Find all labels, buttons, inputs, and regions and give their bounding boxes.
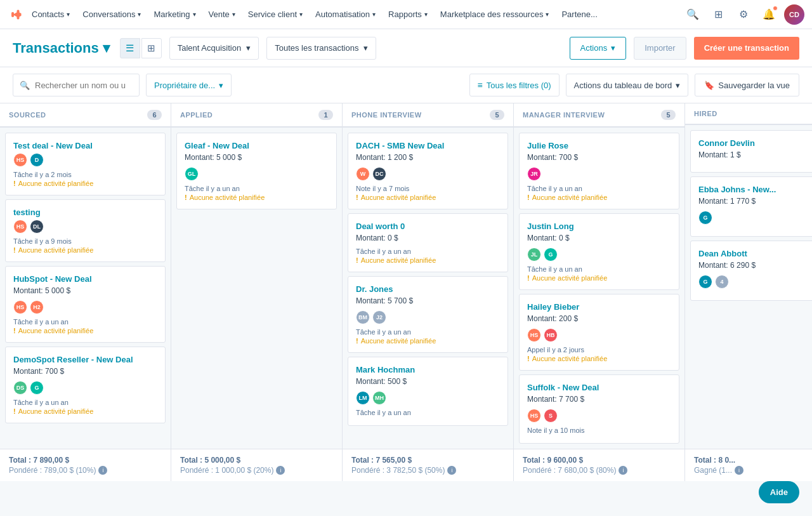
card-no-activity: Aucune activité planifiée <box>13 180 157 187</box>
nav-vente[interactable]: Vente ▾ <box>202 0 242 29</box>
page-title-chevron: ▾ <box>103 40 110 56</box>
card-amount: Montant: 5 000 $ <box>13 286 157 295</box>
card-task: Tâche il y a un an <box>356 328 500 336</box>
card-no-activity: Aucune activité planifiée <box>356 256 500 264</box>
save-view-button[interactable]: 🔖 Sauvegarder la vue <box>695 74 799 96</box>
kanban-card[interactable]: Ebba Johns - New... Montant: 1 770 $ G <box>690 176 812 237</box>
actions-button[interactable]: Actions ▾ <box>570 37 627 60</box>
column-name: MANAGER INTERVIEW <box>523 111 605 119</box>
card-avatars: GL <box>185 167 329 181</box>
column-header-manager_interview: MANAGER INTERVIEW5 <box>514 103 684 128</box>
column-weighted: Pondéré : 7 680,00 $ (80%) i <box>523 466 676 475</box>
kanban-card[interactable]: Julie Rose Montant: 700 $ JR Tâche il y … <box>519 133 679 209</box>
card-avatar: LM <box>356 391 370 405</box>
card-amount: Montant: 6 290 $ <box>698 261 812 270</box>
board-actions-button[interactable]: Actions du tableau de bord ▾ <box>566 74 689 96</box>
avatar[interactable]: CD <box>784 4 804 25</box>
filter-selector[interactable]: Toutes les transactions ▾ <box>266 37 376 60</box>
card-no-activity: Aucune activité planifiée <box>13 407 157 415</box>
kanban-card[interactable]: DemoSpot Reseller - New Deal Montant: 70… <box>5 347 166 423</box>
info-icon[interactable]: i <box>735 466 743 475</box>
nav-conversations[interactable]: Conversations ▾ <box>76 0 147 29</box>
card-no-activity: Aucune activité planifiée <box>356 194 500 201</box>
kanban-card[interactable]: Gleaf - New Deal Montant: 5 000 $ GL Tâc… <box>176 133 337 209</box>
card-avatar: JR <box>527 167 541 181</box>
card-avatars: HSD <box>13 153 157 167</box>
nav-contacts-chevron: ▾ <box>67 11 70 18</box>
kanban-card[interactable]: Dean Abbott Montant: 6 290 $ G4 <box>690 241 812 301</box>
card-amount: Montant: 700 $ <box>13 367 157 376</box>
kanban-card[interactable]: DACH - SMB New Deal Montant: 1 200 $ WDC… <box>348 133 508 209</box>
info-icon[interactable]: i <box>98 466 107 475</box>
search-box[interactable]: 🔍 <box>13 74 140 96</box>
card-task: Tâche il y a un an <box>527 185 671 192</box>
card-title: Suffolk - New Deal <box>527 383 671 392</box>
create-transaction-button[interactable]: Créer une transaction <box>694 37 799 60</box>
card-avatars: BMJ2 <box>356 310 500 324</box>
column-weighted: Pondéré : 3 782,50 $ (50%) i <box>351 466 504 475</box>
nav-service[interactable]: Service client ▾ <box>242 0 309 29</box>
info-icon[interactable]: i <box>619 466 627 475</box>
card-avatar: HB <box>544 328 558 342</box>
card-avatar: W <box>356 167 370 181</box>
kanban-card[interactable]: HubSpot - New Deal Montant: 5 000 $ HSH2… <box>5 266 166 343</box>
card-task: Note il y a 7 mois <box>356 185 500 192</box>
card-avatars: HSH2 <box>13 300 157 314</box>
card-task: Appel il y a 2 jours <box>527 346 671 354</box>
kanban-card[interactable]: Dr. Jones Montant: 5 700 $ BMJ2 Tâche il… <box>348 276 508 353</box>
card-avatars: WDC <box>356 167 500 181</box>
card-avatar: J2 <box>372 310 386 324</box>
card-no-activity: Aucune activité planifiée <box>13 327 157 334</box>
grid-view-button[interactable]: ⊞ <box>141 38 162 58</box>
card-amount: Montant: 1 200 $ <box>356 153 500 162</box>
card-title: Dean Abbott <box>698 249 812 258</box>
kanban-card[interactable]: Test deal - New Deal HSD Tâche il y a 2 … <box>5 133 166 195</box>
hubspot-logo[interactable] <box>8 6 25 23</box>
card-no-activity: Aucune activité planifiée <box>527 274 671 282</box>
notifications-icon[interactable]: 🔔 <box>759 4 779 25</box>
card-title: Gleaf - New Deal <box>185 141 329 150</box>
nav-marketing[interactable]: Marketing ▾ <box>147 0 202 29</box>
page-title[interactable]: Transactions ▾ <box>13 40 110 56</box>
nav-automatisation[interactable]: Automatisation ▾ <box>309 0 382 29</box>
column-name: HIRED <box>694 110 717 117</box>
import-button[interactable]: Importer <box>634 37 686 60</box>
card-avatars: HSS <box>527 409 671 423</box>
page-header: Transactions ▾ ☰ ⊞ Talent Acquisition ▾ … <box>0 29 812 67</box>
column-footer-hired: Total : 8 0... Gagné (1... i <box>685 449 812 481</box>
kanban-card[interactable]: Connor Devlin Montant: 1 $ <box>690 130 812 173</box>
kanban-card[interactable]: Justin Long Montant: 0 $ JLG Tâche il y … <box>519 213 679 290</box>
column-count: 5 <box>661 110 676 120</box>
card-amount: Montant: 5 700 $ <box>356 296 500 305</box>
apps-icon[interactable]: ⊞ <box>708 4 728 25</box>
card-avatars: JR <box>527 167 671 181</box>
card-amount: Montant: 0 $ <box>527 234 671 242</box>
nav-partene[interactable]: Partene... <box>555 0 603 29</box>
column-cards-phone_interview: DACH - SMB New Deal Montant: 1 200 $ WDC… <box>343 128 513 449</box>
list-view-button[interactable]: ☰ <box>120 38 140 58</box>
owner-filter-button[interactable]: Propriétaire de... ▾ <box>146 74 232 96</box>
card-no-activity: Aucune activité planifiée <box>527 355 671 362</box>
search-icon[interactable]: 🔍 <box>683 4 703 25</box>
info-icon[interactable]: i <box>276 466 285 475</box>
kanban-card[interactable]: Hailey Bieber Montant: 200 $ HSHB Appel … <box>519 294 679 371</box>
nav-contacts[interactable]: Contacts ▾ <box>25 0 76 29</box>
column-footer-phone_interview: Total : 7 565,00 $ Pondéré : 3 782,50 $ … <box>343 449 513 481</box>
search-input[interactable] <box>35 81 130 90</box>
card-title: Test deal - New Deal <box>13 141 157 150</box>
pipeline-selector[interactable]: Talent Acquisition ▾ <box>169 37 259 60</box>
info-icon[interactable]: i <box>447 466 456 475</box>
kanban-card[interactable]: testing HSDL Tâche il y a 9 mois Aucune … <box>5 199 166 262</box>
card-title: Hailey Bieber <box>527 302 671 312</box>
kanban-card[interactable]: Mark Hochman Montant: 500 $ LMMH Tâche i… <box>348 357 508 426</box>
kanban-card[interactable]: Suffolk - New Deal Montant: 7 700 $ HSS … <box>519 374 679 444</box>
settings-icon[interactable]: ⚙ <box>733 4 754 25</box>
nav-marketplace[interactable]: Marketplace des ressources ▾ <box>434 0 556 29</box>
kanban-card[interactable]: Deal worth 0 Montant: 0 $ Tâche il y a u… <box>348 213 508 272</box>
card-title: HubSpot - New Deal <box>13 274 157 284</box>
card-task: Tâche il y a un an <box>13 399 157 406</box>
column-total: Total : 7 890,00 $ <box>9 456 162 465</box>
all-filters-button[interactable]: ≡ Tous les filtres (0) <box>469 74 560 96</box>
nav-rapports[interactable]: Rapports ▾ <box>382 0 434 29</box>
column-total: Total : 7 565,00 $ <box>351 456 504 465</box>
